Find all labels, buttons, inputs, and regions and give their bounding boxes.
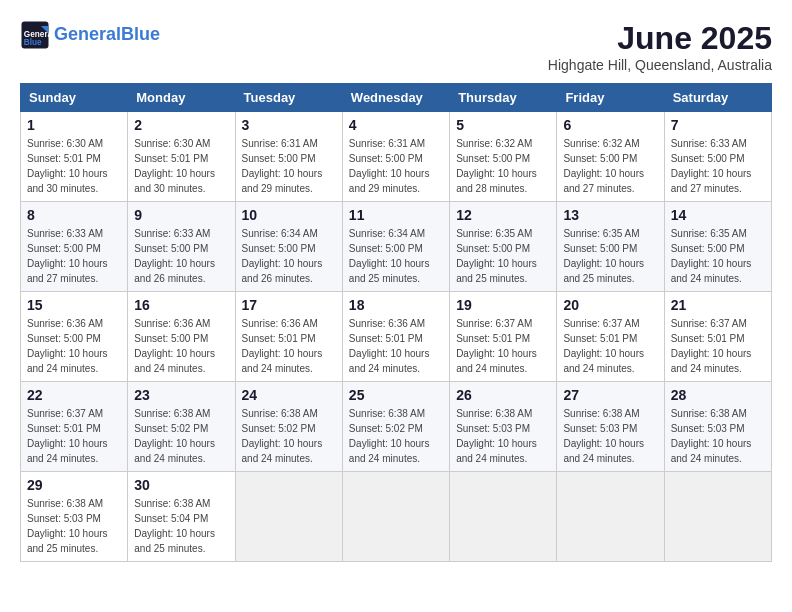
calendar-cell: 3Sunrise: 6:31 AM Sunset: 5:00 PM Daylig… — [235, 112, 342, 202]
day-info: Sunrise: 6:34 AM Sunset: 5:00 PM Dayligh… — [242, 226, 336, 286]
calendar-cell: 12Sunrise: 6:35 AM Sunset: 5:00 PM Dayli… — [450, 202, 557, 292]
location: Highgate Hill, Queensland, Australia — [548, 57, 772, 73]
calendar-week-row: 8Sunrise: 6:33 AM Sunset: 5:00 PM Daylig… — [21, 202, 772, 292]
calendar-cell: 23Sunrise: 6:38 AM Sunset: 5:02 PM Dayli… — [128, 382, 235, 472]
calendar-cell: 11Sunrise: 6:34 AM Sunset: 5:00 PM Dayli… — [342, 202, 449, 292]
calendar-cell: 14Sunrise: 6:35 AM Sunset: 5:00 PM Dayli… — [664, 202, 771, 292]
day-info: Sunrise: 6:30 AM Sunset: 5:01 PM Dayligh… — [134, 136, 228, 196]
weekday-header: Saturday — [664, 84, 771, 112]
calendar-cell: 1Sunrise: 6:30 AM Sunset: 5:01 PM Daylig… — [21, 112, 128, 202]
svg-text:Blue: Blue — [24, 38, 42, 47]
day-info: Sunrise: 6:31 AM Sunset: 5:00 PM Dayligh… — [242, 136, 336, 196]
day-info: Sunrise: 6:35 AM Sunset: 5:00 PM Dayligh… — [671, 226, 765, 286]
logo: General Blue GeneralBlue — [20, 20, 160, 50]
day-number: 13 — [563, 207, 657, 223]
calendar-cell: 8Sunrise: 6:33 AM Sunset: 5:00 PM Daylig… — [21, 202, 128, 292]
day-number: 7 — [671, 117, 765, 133]
day-number: 17 — [242, 297, 336, 313]
day-number: 26 — [456, 387, 550, 403]
calendar-cell: 19Sunrise: 6:37 AM Sunset: 5:01 PM Dayli… — [450, 292, 557, 382]
calendar-cell — [342, 472, 449, 562]
day-info: Sunrise: 6:38 AM Sunset: 5:03 PM Dayligh… — [563, 406, 657, 466]
day-number: 5 — [456, 117, 550, 133]
calendar-cell: 13Sunrise: 6:35 AM Sunset: 5:00 PM Dayli… — [557, 202, 664, 292]
day-info: Sunrise: 6:36 AM Sunset: 5:01 PM Dayligh… — [349, 316, 443, 376]
weekday-header: Sunday — [21, 84, 128, 112]
day-number: 29 — [27, 477, 121, 493]
calendar-cell: 5Sunrise: 6:32 AM Sunset: 5:00 PM Daylig… — [450, 112, 557, 202]
day-info: Sunrise: 6:38 AM Sunset: 5:02 PM Dayligh… — [134, 406, 228, 466]
day-number: 16 — [134, 297, 228, 313]
weekday-header: Wednesday — [342, 84, 449, 112]
day-info: Sunrise: 6:34 AM Sunset: 5:00 PM Dayligh… — [349, 226, 443, 286]
day-number: 4 — [349, 117, 443, 133]
day-number: 18 — [349, 297, 443, 313]
day-number: 20 — [563, 297, 657, 313]
page-header: General Blue GeneralBlue June 2025 Highg… — [20, 20, 772, 73]
calendar-cell: 9Sunrise: 6:33 AM Sunset: 5:00 PM Daylig… — [128, 202, 235, 292]
weekday-header: Friday — [557, 84, 664, 112]
weekday-header: Monday — [128, 84, 235, 112]
day-number: 12 — [456, 207, 550, 223]
day-info: Sunrise: 6:32 AM Sunset: 5:00 PM Dayligh… — [456, 136, 550, 196]
day-info: Sunrise: 6:30 AM Sunset: 5:01 PM Dayligh… — [27, 136, 121, 196]
calendar-cell: 29Sunrise: 6:38 AM Sunset: 5:03 PM Dayli… — [21, 472, 128, 562]
day-info: Sunrise: 6:38 AM Sunset: 5:02 PM Dayligh… — [349, 406, 443, 466]
calendar-cell — [664, 472, 771, 562]
calendar-cell: 25Sunrise: 6:38 AM Sunset: 5:02 PM Dayli… — [342, 382, 449, 472]
calendar-cell — [557, 472, 664, 562]
calendar-cell: 27Sunrise: 6:38 AM Sunset: 5:03 PM Dayli… — [557, 382, 664, 472]
logo-icon: General Blue — [20, 20, 50, 50]
day-number: 21 — [671, 297, 765, 313]
weekday-header: Thursday — [450, 84, 557, 112]
calendar-cell: 26Sunrise: 6:38 AM Sunset: 5:03 PM Dayli… — [450, 382, 557, 472]
calendar-header-row: SundayMondayTuesdayWednesdayThursdayFrid… — [21, 84, 772, 112]
day-number: 23 — [134, 387, 228, 403]
day-info: Sunrise: 6:33 AM Sunset: 5:00 PM Dayligh… — [671, 136, 765, 196]
day-number: 14 — [671, 207, 765, 223]
day-number: 6 — [563, 117, 657, 133]
day-number: 1 — [27, 117, 121, 133]
day-number: 8 — [27, 207, 121, 223]
calendar-cell: 15Sunrise: 6:36 AM Sunset: 5:00 PM Dayli… — [21, 292, 128, 382]
day-info: Sunrise: 6:31 AM Sunset: 5:00 PM Dayligh… — [349, 136, 443, 196]
day-info: Sunrise: 6:38 AM Sunset: 5:03 PM Dayligh… — [27, 496, 121, 556]
day-info: Sunrise: 6:33 AM Sunset: 5:00 PM Dayligh… — [27, 226, 121, 286]
day-info: Sunrise: 6:33 AM Sunset: 5:00 PM Dayligh… — [134, 226, 228, 286]
calendar-cell: 2Sunrise: 6:30 AM Sunset: 5:01 PM Daylig… — [128, 112, 235, 202]
day-number: 19 — [456, 297, 550, 313]
calendar-cell: 16Sunrise: 6:36 AM Sunset: 5:00 PM Dayli… — [128, 292, 235, 382]
calendar-week-row: 1Sunrise: 6:30 AM Sunset: 5:01 PM Daylig… — [21, 112, 772, 202]
calendar-cell: 30Sunrise: 6:38 AM Sunset: 5:04 PM Dayli… — [128, 472, 235, 562]
month-title: June 2025 — [548, 20, 772, 57]
day-number: 28 — [671, 387, 765, 403]
calendar-cell: 10Sunrise: 6:34 AM Sunset: 5:00 PM Dayli… — [235, 202, 342, 292]
calendar-table: SundayMondayTuesdayWednesdayThursdayFrid… — [20, 83, 772, 562]
day-number: 25 — [349, 387, 443, 403]
day-info: Sunrise: 6:38 AM Sunset: 5:02 PM Dayligh… — [242, 406, 336, 466]
calendar-cell: 24Sunrise: 6:38 AM Sunset: 5:02 PM Dayli… — [235, 382, 342, 472]
calendar-cell: 20Sunrise: 6:37 AM Sunset: 5:01 PM Dayli… — [557, 292, 664, 382]
day-info: Sunrise: 6:32 AM Sunset: 5:00 PM Dayligh… — [563, 136, 657, 196]
day-info: Sunrise: 6:37 AM Sunset: 5:01 PM Dayligh… — [671, 316, 765, 376]
day-number: 2 — [134, 117, 228, 133]
calendar-cell: 6Sunrise: 6:32 AM Sunset: 5:00 PM Daylig… — [557, 112, 664, 202]
day-info: Sunrise: 6:37 AM Sunset: 5:01 PM Dayligh… — [27, 406, 121, 466]
day-info: Sunrise: 6:38 AM Sunset: 5:04 PM Dayligh… — [134, 496, 228, 556]
day-number: 10 — [242, 207, 336, 223]
day-number: 30 — [134, 477, 228, 493]
day-info: Sunrise: 6:37 AM Sunset: 5:01 PM Dayligh… — [563, 316, 657, 376]
calendar-week-row: 15Sunrise: 6:36 AM Sunset: 5:00 PM Dayli… — [21, 292, 772, 382]
day-info: Sunrise: 6:36 AM Sunset: 5:01 PM Dayligh… — [242, 316, 336, 376]
day-number: 27 — [563, 387, 657, 403]
day-info: Sunrise: 6:35 AM Sunset: 5:00 PM Dayligh… — [456, 226, 550, 286]
day-info: Sunrise: 6:35 AM Sunset: 5:00 PM Dayligh… — [563, 226, 657, 286]
day-info: Sunrise: 6:38 AM Sunset: 5:03 PM Dayligh… — [456, 406, 550, 466]
calendar-cell: 7Sunrise: 6:33 AM Sunset: 5:00 PM Daylig… — [664, 112, 771, 202]
title-block: June 2025 Highgate Hill, Queensland, Aus… — [548, 20, 772, 73]
calendar-cell: 17Sunrise: 6:36 AM Sunset: 5:01 PM Dayli… — [235, 292, 342, 382]
day-info: Sunrise: 6:38 AM Sunset: 5:03 PM Dayligh… — [671, 406, 765, 466]
day-info: Sunrise: 6:36 AM Sunset: 5:00 PM Dayligh… — [134, 316, 228, 376]
calendar-cell: 21Sunrise: 6:37 AM Sunset: 5:01 PM Dayli… — [664, 292, 771, 382]
calendar-week-row: 22Sunrise: 6:37 AM Sunset: 5:01 PM Dayli… — [21, 382, 772, 472]
